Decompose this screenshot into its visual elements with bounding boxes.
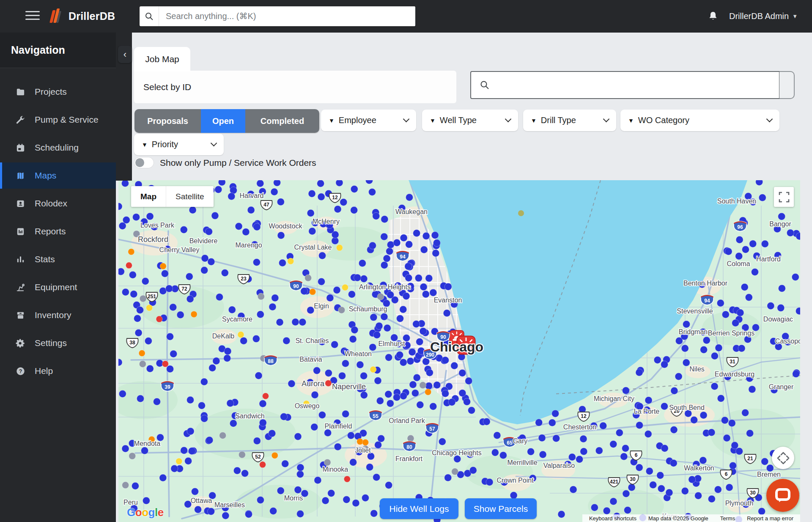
notifications-bell-icon[interactable]: [708, 11, 718, 22]
employee-filter-dropdown[interactable]: ▼Employee: [321, 110, 416, 131]
search-icon[interactable]: [140, 6, 159, 26]
drillerdb-logo-icon: [47, 8, 63, 25]
equipment-icon: [15, 282, 25, 292]
fullscreen-icon: [779, 192, 790, 203]
sidebar-item-stats[interactable]: Stats: [0, 248, 116, 271]
map-canvas[interactable]: 9094902908855805739659496471223722513852…: [118, 180, 800, 522]
city-label-wheaton: Wheaton: [345, 350, 372, 357]
filter-icon: ▼: [628, 117, 634, 124]
svg-text:23: 23: [241, 276, 247, 282]
wo-category-filter-dropdown[interactable]: ▼WO Category: [620, 110, 779, 131]
city-label-aurora: Aurora: [302, 379, 325, 388]
sidebar-item-pump-service[interactable]: Pump & Service: [0, 108, 116, 131]
sidebar-item-label: Projects: [35, 87, 67, 97]
svg-text:65: 65: [507, 440, 513, 446]
sidebar-item-projects[interactable]: Projects: [0, 80, 116, 103]
city-label-south-bend: South Bend: [669, 404, 705, 411]
pump-service-toggle[interactable]: [134, 157, 154, 168]
highway-shield: 80: [403, 441, 416, 451]
fullscreen-button[interactable]: [774, 187, 794, 207]
hide-well-logs-button[interactable]: Hide Well Logs: [380, 498, 458, 519]
city-label-batavia: Batavia: [299, 356, 322, 363]
svg-text:47: 47: [263, 202, 269, 208]
tab-job-map[interactable]: Job Map: [134, 47, 190, 71]
svg-text:6: 6: [635, 452, 638, 458]
user-menu[interactable]: DrillerDB Admin ▼: [729, 11, 798, 21]
chevron-down-icon: [211, 140, 217, 147]
svg-text:72: 72: [181, 286, 187, 292]
sidebar-item-settings[interactable]: Settings: [0, 332, 116, 354]
select-by-id-field[interactable]: Select by ID: [134, 71, 456, 103]
global-search: [140, 6, 415, 26]
status-filter-proposals[interactable]: Proposals: [134, 109, 201, 133]
map-type-map-button[interactable]: Map: [131, 186, 166, 207]
map-search-input[interactable]: [495, 80, 779, 91]
city-label-st-charles: St. Charles: [295, 337, 329, 344]
city-label-elmhurst: Elmhurst: [378, 340, 405, 347]
hamburger-menu-icon[interactable]: [25, 11, 40, 21]
google-logo: Google: [127, 506, 164, 519]
well-type-filter-dropdown[interactable]: ▼Well Type: [422, 110, 518, 131]
city-label-ottawa: Ottawa: [191, 497, 212, 504]
brand[interactable]: DrillerDB: [47, 8, 115, 25]
attribution-report-a-map-error[interactable]: Report a map error: [747, 515, 793, 522]
pan-mode-button[interactable]: [772, 447, 794, 469]
map-attribution: Keyboard shortcutsMap data ©2025 GoogleT…: [582, 514, 800, 522]
sidebar-item-maps[interactable]: Maps: [0, 162, 116, 189]
map-search-addon[interactable]: [779, 71, 795, 99]
city-label-stevensville: Stevensville: [677, 308, 713, 315]
city-label-orland-park: Orland Park: [389, 417, 425, 424]
wrench-icon: [15, 115, 25, 125]
city-label-south-haven: South Haven: [717, 198, 757, 205]
city-label-harvard: Harvard: [240, 192, 264, 199]
map-type-satellite-button[interactable]: Satellite: [166, 186, 214, 207]
sidebar-collapse-button[interactable]: ‹: [118, 46, 132, 63]
city-label-sycamore: Sycamore: [222, 316, 252, 323]
sidebar-item-inventory[interactable]: Inventory: [0, 304, 116, 327]
priority-filter-dropdown[interactable]: ▼ Priority: [134, 134, 224, 155]
city-label-merrillville: Merrillville: [507, 459, 537, 466]
sidebar-item-label: Reports: [35, 226, 66, 236]
city-label-rockford: Rockford: [138, 235, 168, 244]
sidebar-item-scheduling[interactable]: Scheduling: [0, 136, 116, 159]
sidebar-item-equipment[interactable]: Equipment: [0, 276, 116, 299]
calendar-icon: [15, 143, 25, 153]
highway-shield: 55: [369, 410, 382, 420]
attribution-map-data-2025-google[interactable]: Map data ©2025 Google: [648, 515, 708, 522]
status-filter-open[interactable]: Open: [201, 109, 245, 133]
inventory-icon: [15, 310, 25, 320]
status-filter-completed[interactable]: Completed: [245, 109, 319, 133]
global-search-input[interactable]: [159, 6, 415, 26]
sidebar-item-reports[interactable]: Reports: [0, 220, 116, 243]
svg-text:38: 38: [129, 340, 135, 346]
attribution-keyboard-shortcuts[interactable]: Keyboard shortcuts: [589, 515, 636, 522]
city-label-waukegan: Waukegan: [395, 208, 428, 215]
live-chat-button[interactable]: [766, 479, 799, 512]
report-icon: [15, 226, 25, 236]
show-parcels-button[interactable]: Show Parcels: [465, 498, 537, 519]
sidebar-item-help[interactable]: ?Help: [0, 360, 116, 382]
svg-text:90: 90: [293, 283, 299, 289]
gear-icon: [15, 338, 25, 348]
attribution-terms[interactable]: Terms: [720, 515, 735, 522]
city-label-evanston: Evanston: [434, 297, 462, 304]
city-label-sandwich: Sandwich: [235, 412, 264, 420]
job-map[interactable]: 9094902908855805739659496471223722513852…: [118, 180, 800, 522]
drill-type-filter-dropdown[interactable]: ▼Drill Type: [523, 110, 616, 131]
city-label-chicago: Chicago: [430, 339, 483, 354]
city-label-cherry-valley: Cherry Valley: [159, 246, 200, 253]
pump-service-toggle-label: Show only Pump / Service Work Orders: [160, 158, 316, 168]
brand-name: DrillerDB: [69, 10, 115, 22]
svg-text:6: 6: [725, 471, 728, 477]
toggle-knob: [135, 158, 144, 167]
sidebar-item-label: Rolodex: [35, 198, 67, 209]
svg-text:?: ?: [19, 368, 22, 374]
sidebar-item-rolodex[interactable]: Rolodex: [0, 192, 116, 215]
city-label-marseilles: Marseilles: [214, 501, 245, 508]
topbar: DrillerDB DrillerDB Admin ▼: [0, 0, 812, 33]
city-label-walkerton: Walkerton: [684, 464, 714, 472]
city-label-dowagiac: Dowagiac: [763, 316, 793, 323]
city-label-belvidere: Belvidere: [189, 237, 218, 245]
city-label-oswego: Oswego: [295, 402, 320, 409]
chat-bubble-icon: [774, 486, 792, 504]
